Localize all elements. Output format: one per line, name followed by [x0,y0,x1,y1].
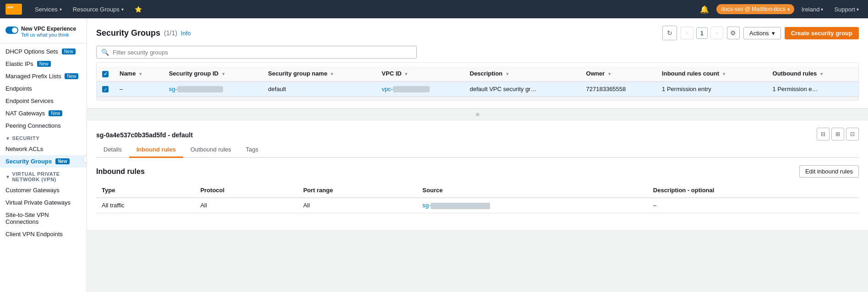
vpc-experience-subtitle-link[interactable]: Tell us what you think [21,32,76,38]
col-type: Type [96,183,195,198]
row-description: default VPC security gr… [464,81,581,97]
col-sg-name[interactable]: Security group name ▾ [262,66,376,81]
col-source: Source [417,183,647,198]
panel-resize-handle[interactable]: ≡ [87,108,868,120]
new-badge-nat: New [49,110,62,116]
rule-port-range: All [298,198,417,213]
user-badge-chevron-icon: ▾ [787,7,790,12]
col-description[interactable]: Description ▾ [464,66,581,81]
sidebar-item-elastic-ips[interactable]: Elastic IPs New [0,58,87,70]
vpc-id-link[interactable]: vpc- [382,86,430,92]
sidebar-item-dhcp[interactable]: DHCP Options Sets New [0,45,87,58]
col-description-optional: Description - optional [648,183,859,198]
tab-inbound-rules[interactable]: Inbound rules [129,142,183,158]
sidebar-item-endpoints[interactable]: Endpoints [0,82,87,95]
sidebar-item-elastic-ips-label: Elastic IPs [5,60,33,67]
tab-details[interactable]: Details [96,142,129,158]
sidebar-item-dhcp-label: DHCP Options Sets [5,48,58,55]
inbound-rules-section: Inbound rules Edit inbound rules Type Pr… [96,158,859,221]
sidebar-item-prefix-lists[interactable]: Managed Prefix Lists New [0,70,87,82]
detail-header: sg-0a4e537c0b35ad5fd - default [96,126,193,142]
inbound-rules-header: Inbound rules Edit inbound rules [96,165,859,178]
rule-description: – [648,198,859,213]
search-input[interactable] [113,49,412,56]
refresh-icon: ↻ [667,29,672,37]
info-link[interactable]: Info [181,30,191,37]
sidebar-item-endpoint-services[interactable]: Endpoint Services [0,95,87,107]
vpn-section-arrow-icon[interactable]: ▼ [5,174,10,179]
col-outbound-count[interactable]: Outbound rules ▾ [767,66,858,81]
next-page-button[interactable]: › [710,27,723,39]
top-panel: Security Groups (1/1) Info ↻ ‹ 1 › ⚙ [87,18,868,108]
sidebar-item-site-to-site-vpn-label: Site-to-Site VPN Connections [5,211,81,225]
row-name: – [114,81,164,97]
sidebar: ‹ New VPC Experience Tell us what you th… [0,18,87,292]
bottom-panel: sg-0a4e537c0b35ad5fd - default ⊟ ⊞ ⊡ Det… [87,120,868,230]
expand-view-button[interactable]: ⊡ [846,128,859,141]
split-view-horizontal-button[interactable]: ⊟ [817,128,830,141]
sidebar-item-peering-label: Peering Connections [5,122,61,129]
sidebar-item-endpoints-label: Endpoints [5,85,32,92]
support-menu[interactable]: Support ▾ [830,6,863,13]
tab-outbound-rules[interactable]: Outbound rules [183,142,239,158]
services-chevron-icon: ▾ [60,7,62,12]
col-name[interactable]: Name ▾ [114,66,164,81]
name-sort-icon: ▾ [139,71,142,76]
row-vpc-id: vpc- [376,81,464,97]
sidebar-item-network-acls[interactable]: Network ACLs [0,143,87,155]
new-badge-prefix: New [65,73,78,79]
sg-id-sort-icon: ▾ [222,71,224,76]
sidebar-item-customer-gateways[interactable]: Customer Gateways [0,184,87,196]
sidebar-item-endpoint-services-label: Endpoint Services [5,97,54,104]
resource-groups-menu[interactable]: Resource Groups ▾ [67,0,129,18]
services-menu[interactable]: Services ▾ [29,0,67,18]
row-owner: 727183365558 [581,81,657,97]
inbound-rule-row: All traffic All All sg- – [96,198,859,213]
vpc-experience-switch[interactable] [5,27,18,34]
detail-tabs: Details Inbound rules Outbound rules Tag… [96,142,859,158]
actions-button[interactable]: Actions ▾ [743,27,781,39]
page-number: 1 [696,27,708,39]
sidebar-item-client-vpn[interactable]: Client VPN Endpoints [0,228,87,240]
col-sg-id[interactable]: Security group ID ▾ [164,66,263,81]
horizontal-scrollbar[interactable] [97,97,858,100]
row-checkbox[interactable] [102,86,109,92]
notifications-bell-icon[interactable]: 🔔 [696,5,713,14]
sidebar-item-nat-gateways-label: NAT Gateways [5,110,45,117]
row-sg-name: default [262,81,376,97]
sidebar-item-nat-gateways[interactable]: NAT Gateways New [0,107,87,119]
svg-text:aws: aws [7,5,13,9]
create-security-group-button[interactable]: Create security group [785,27,859,39]
gear-icon: ⚙ [730,29,736,37]
sidebar-item-vpn-gateways[interactable]: Virtual Private Gateways [0,196,87,209]
favorites-icon[interactable]: ⭐ [129,0,147,18]
sidebar-item-customer-gateways-label: Customer Gateways [5,187,60,194]
security-section-arrow-icon[interactable]: ▼ [5,136,10,141]
select-all-checkbox[interactable] [102,71,109,77]
sidebar-item-security-groups[interactable]: Security Groups New [0,155,87,168]
sidebar-item-site-to-site-vpn[interactable]: Site-to-Site VPN Connections [0,209,87,228]
split-view-vertical-button[interactable]: ⊞ [831,128,844,141]
refresh-button[interactable]: ↻ [662,26,677,40]
tab-tags[interactable]: Tags [239,142,266,158]
previous-page-button[interactable]: ‹ [681,27,693,39]
inbound-header-row: Type Protocol Port range Source Descript… [96,183,859,198]
panel-actions: ↻ ‹ 1 › ⚙ Actions ▾ Create s [662,26,859,40]
inbound-rules-title: Inbound rules [96,168,145,176]
table-row[interactable]: – sg- default vpc- default VPC security … [97,81,858,97]
vpn-section-header: ▼ VIRTUAL PRIVATE NETWORK (VPN) [0,168,87,184]
row-outbound-count: 1 Permission e… [767,81,858,97]
col-vpc-id[interactable]: VPC ID ▾ [376,66,464,81]
sidebar-item-peering[interactable]: Peering Connections [0,119,87,132]
edit-inbound-rules-button[interactable]: Edit inbound rules [799,165,859,178]
security-groups-table-container: Name ▾ Security group ID ▾ Security grou… [96,62,859,101]
sg-id-link[interactable]: sg- [169,86,223,92]
region-selector[interactable]: Ireland ▾ [798,6,827,13]
col-inbound-count[interactable]: Inbound rules count ▾ [656,66,767,81]
user-account-badge[interactable]: docs-sso @ Matillion-docs ▾ [716,4,794,14]
resource-groups-chevron-icon: ▾ [121,7,124,12]
source-link[interactable]: sg- [422,202,490,209]
main-content: Security Groups (1/1) Info ↻ ‹ 1 › ⚙ [87,18,868,292]
col-owner[interactable]: Owner ▾ [581,66,657,81]
table-settings-button[interactable]: ⚙ [727,27,740,39]
